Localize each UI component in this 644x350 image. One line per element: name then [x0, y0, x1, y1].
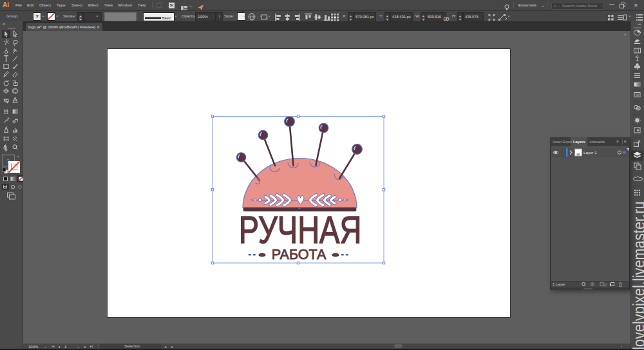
- svg-text:РАБОТА: РАБОТА: [272, 247, 327, 262]
- svg-text:РУЧНАЯ: РУЧНАЯ: [239, 208, 362, 251]
- svg-text:Basic: Basic: [162, 16, 171, 20]
